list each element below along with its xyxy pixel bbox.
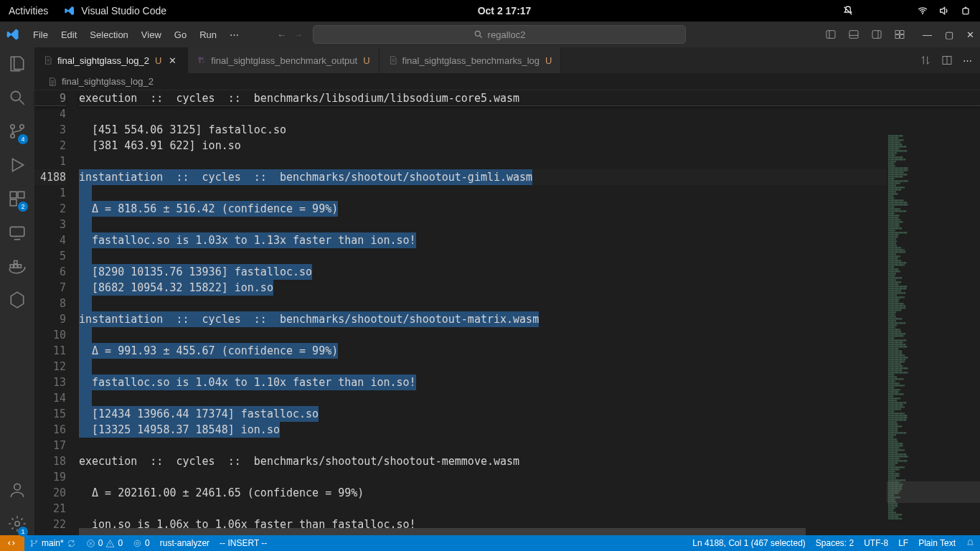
svg-rect-21 xyxy=(18,265,21,268)
settings-badge: 1 xyxy=(18,527,28,537)
clock[interactable]: Oct 2 17:17 xyxy=(166,5,842,17)
svg-rect-22 xyxy=(14,260,17,263)
svg-point-11 xyxy=(11,91,20,100)
notifications-muted-icon[interactable] xyxy=(842,5,854,17)
wifi-icon[interactable] xyxy=(917,5,928,17)
horizontal-scrollbar[interactable] xyxy=(79,528,887,535)
svg-rect-6 xyxy=(872,31,881,39)
scm-badge: 4 xyxy=(18,134,28,144)
scrollbar-thumb[interactable] xyxy=(79,528,806,535)
menu-file[interactable]: File xyxy=(27,27,54,43)
files-icon xyxy=(8,55,27,73)
menu-view[interactable]: View xyxy=(136,27,167,43)
nav-back-icon[interactable]: ← xyxy=(277,29,286,40)
status-ports[interactable]: 0 xyxy=(128,535,155,551)
status-encoding[interactable]: UTF-8 xyxy=(859,535,893,551)
activity-accounts[interactable] xyxy=(8,481,27,501)
status-remote[interactable] xyxy=(0,535,24,551)
svg-rect-2 xyxy=(965,7,967,9)
sync-icon xyxy=(67,539,76,548)
minimap[interactable]: █████████████████ ████████████ █████████… xyxy=(887,133,980,519)
menu-more[interactable]: ⋯ xyxy=(224,27,245,43)
titlebar: File Edit Selection View Go Run ⋯ ← → re… xyxy=(0,22,980,47)
code-content[interactable]: execution :: cycles :: benchmarks/libsod… xyxy=(79,90,980,535)
activity-settings[interactable]: 1 xyxy=(8,514,27,535)
svg-point-25 xyxy=(199,57,202,60)
command-center[interactable]: regalloc2 xyxy=(313,25,686,44)
svg-rect-16 xyxy=(18,192,24,198)
activity-run-debug[interactable] xyxy=(8,156,27,176)
command-center-text: regalloc2 xyxy=(488,29,526,40)
remote-indicator-icon xyxy=(7,538,17,548)
layout-sidebar-right-icon[interactable] xyxy=(871,29,882,40)
editor-tab[interactable]: final_sightglass_benchmarks_logU xyxy=(380,47,562,73)
activity-explorer[interactable] xyxy=(8,55,27,75)
menu-run[interactable]: Run xyxy=(194,27,222,43)
close-icon[interactable]: ✕ xyxy=(169,55,179,65)
compare-icon[interactable] xyxy=(920,55,931,66)
vscode-icon xyxy=(6,27,20,42)
minimap-viewport[interactable] xyxy=(887,481,980,503)
activities-button[interactable]: Activities xyxy=(9,5,48,17)
status-branch[interactable]: main* xyxy=(24,535,81,551)
svg-point-29 xyxy=(36,540,37,542)
editor-body[interactable]: 9432141881234567891011121314151617181920… xyxy=(34,90,980,535)
status-bar: main* 0 0 0 rust-analyzer -- INSERT -- L… xyxy=(0,535,980,551)
svg-point-14 xyxy=(20,125,24,128)
svg-point-0 xyxy=(922,13,923,14)
layout-panel-icon[interactable] xyxy=(848,29,859,40)
activity-remote[interactable] xyxy=(8,223,27,244)
warning-icon xyxy=(105,539,115,548)
svg-point-27 xyxy=(31,540,32,542)
tab-modified-indicator: U xyxy=(155,55,161,66)
file-lines-icon xyxy=(47,77,57,87)
tab-more-icon[interactable]: ⋯ xyxy=(963,55,973,66)
breadcrumb-file: final_sightglass_log_2 xyxy=(62,76,154,87)
status-indent[interactable]: Spaces: 2 xyxy=(811,535,859,551)
svg-rect-9 xyxy=(895,35,899,39)
status-notifications[interactable] xyxy=(961,535,980,551)
ports-icon xyxy=(133,539,142,548)
activity-docker[interactable] xyxy=(8,257,27,278)
status-cursor-position[interactable]: Ln 4188, Col 1 (467 selected) xyxy=(687,535,810,551)
svg-point-23 xyxy=(14,484,21,490)
window-close-icon[interactable]: ✕ xyxy=(966,29,974,40)
layout-sidebar-left-icon[interactable] xyxy=(825,29,837,40)
menu-selection[interactable]: Selection xyxy=(84,27,133,43)
window-minimize-icon[interactable]: — xyxy=(923,29,932,40)
menu-edit[interactable]: Edit xyxy=(55,27,83,43)
editor-tab[interactable]: final_sightglass_log_2U✕ xyxy=(34,47,188,73)
play-icon xyxy=(8,156,27,174)
tab-modified-indicator: U xyxy=(545,55,552,66)
line-gutter: 9432141881234567891011121314151617181920… xyxy=(34,90,79,535)
volume-icon[interactable] xyxy=(938,5,950,17)
current-app[interactable]: Visual Studio Code xyxy=(64,5,166,17)
power-icon[interactable] xyxy=(960,5,971,17)
nav-forward-icon[interactable]: → xyxy=(293,29,303,40)
svg-rect-5 xyxy=(849,31,858,39)
breadcrumb[interactable]: final_sightglass_log_2 xyxy=(34,73,980,90)
svg-rect-1 xyxy=(963,9,969,14)
svg-rect-4 xyxy=(826,31,835,39)
status-eol[interactable]: LF xyxy=(893,535,913,551)
svg-point-12 xyxy=(11,125,14,128)
layout-customize-icon[interactable] xyxy=(894,29,905,40)
os-top-bar: Activities Visual Studio Code Oct 2 17:1… xyxy=(0,0,980,22)
split-editor-icon[interactable] xyxy=(941,55,953,66)
status-lsp[interactable]: rust-analyzer xyxy=(155,535,215,551)
tab-modified-indicator: U xyxy=(363,55,369,66)
activity-source-control[interactable]: 4 xyxy=(8,122,27,143)
status-problems[interactable]: 0 0 xyxy=(81,535,128,551)
activity-search[interactable] xyxy=(8,88,27,109)
svg-rect-15 xyxy=(10,192,17,198)
window-maximize-icon[interactable]: ▢ xyxy=(945,29,953,40)
error-icon xyxy=(86,539,95,548)
tab-label: final_sightglass_benchmarks_log xyxy=(402,55,540,66)
activity-item[interactable] xyxy=(8,291,27,311)
activity-extensions[interactable]: 2 xyxy=(8,189,27,210)
status-language[interactable]: Plain Text xyxy=(913,535,961,551)
activity-bar: 4 2 1 xyxy=(0,47,34,535)
editor-tab[interactable]: final_sightglass_benchmark_outputU xyxy=(188,47,379,73)
menu-go[interactable]: Go xyxy=(169,27,192,43)
git-branch-icon xyxy=(29,539,39,548)
